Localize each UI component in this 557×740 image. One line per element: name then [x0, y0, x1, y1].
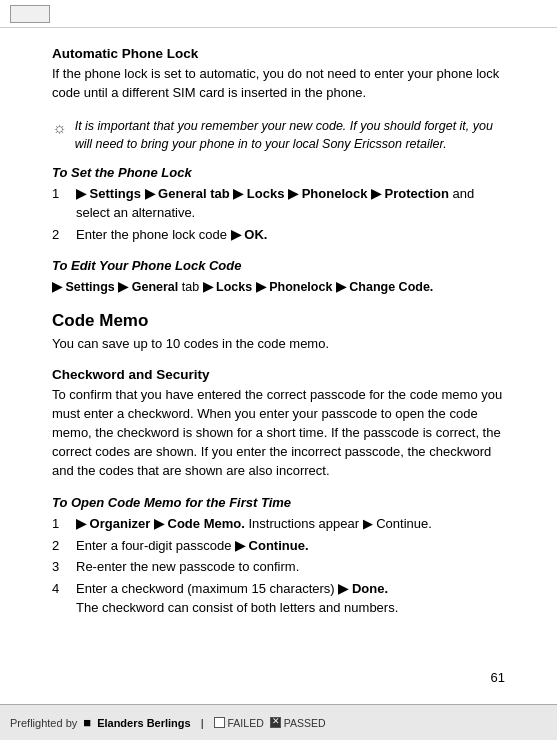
- item1-suffix: Instructions appear ▶ Continue.: [245, 516, 432, 531]
- set-phone-lock-section: To Set the Phone Lock 1 ▶ Settings ▶ Gen…: [52, 165, 505, 245]
- list-item-text: Re-enter the new passcode to confirm.: [76, 558, 299, 577]
- code-memo-body: You can save up to 10 codes in the code …: [52, 335, 505, 354]
- list-item: 3 Re-enter the new passcode to confirm.: [52, 558, 505, 577]
- item4-extra: The checkword can consist of both letter…: [76, 600, 398, 615]
- list-item-text: Enter a four-digit passcode ▶ Continue.: [76, 537, 309, 556]
- list-item-text: ▶ Settings ▶ General tab ▶ Locks ▶ Phone…: [76, 185, 505, 223]
- page-number: 61: [491, 670, 505, 685]
- list-item: 4 Enter a checkword (maximum 15 characte…: [52, 580, 505, 618]
- passed-checkbox: [270, 717, 281, 728]
- failed-badge: FAILED: [214, 717, 264, 729]
- list-item: 2 Enter the phone lock code ▶ OK.: [52, 226, 505, 245]
- item2-ok: ▶ OK.: [231, 227, 268, 242]
- set-phone-lock-list: 1 ▶ Settings ▶ General tab ▶ Locks ▶ Pho…: [52, 185, 505, 245]
- content-area: Automatic Phone Lock If the phone lock i…: [0, 28, 557, 650]
- list-item-text: ▶ Organizer ▶ Code Memo. Instructions ap…: [76, 515, 432, 534]
- logo-text: Elanders Berlings: [97, 717, 191, 729]
- list-num: 2: [52, 226, 66, 245]
- tip-box: ☼ It is important that you remember your…: [52, 117, 505, 153]
- list-num: 4: [52, 580, 66, 618]
- list-item-text: Enter the phone lock code ▶ OK.: [76, 226, 267, 245]
- separator: |: [201, 717, 204, 729]
- item2-text: Enter the phone lock code: [76, 227, 231, 242]
- passed-label: PASSED: [284, 717, 326, 729]
- item4-suffix: ▶ Done.: [338, 581, 388, 596]
- failed-checkbox: [214, 717, 225, 728]
- page-container: Automatic Phone Lock If the phone lock i…: [0, 0, 557, 740]
- edit-phone-lock-heading: To Edit Your Phone Lock Code: [52, 258, 505, 273]
- list-item: 1 ▶ Settings ▶ General tab ▶ Locks ▶ Pho…: [52, 185, 505, 223]
- open-code-memo-heading: To Open Code Memo for the First Time: [52, 495, 505, 510]
- set-phone-lock-heading: To Set the Phone Lock: [52, 165, 505, 180]
- item2-text: Enter a four-digit passcode: [76, 538, 235, 553]
- list-num: 1: [52, 185, 66, 223]
- checkword-heading: Checkword and Security: [52, 367, 505, 382]
- list-num: 2: [52, 537, 66, 556]
- open-code-memo-list: 1 ▶ Organizer ▶ Code Memo. Instructions …: [52, 515, 505, 618]
- list-num: 1: [52, 515, 66, 534]
- auto-phone-lock-body: If the phone lock is set to automatic, y…: [52, 65, 505, 103]
- bottom-bar: Preflighted by ■ Elanders Berlings | FAI…: [0, 704, 557, 740]
- menu-path-bold: ▶ Settings ▶ General tab ▶ Locks ▶ Phone…: [76, 186, 449, 201]
- preflight-label: Preflighted by: [10, 717, 77, 729]
- tip-text: It is important that you remember your n…: [75, 117, 505, 153]
- top-bar-rect: [10, 5, 50, 23]
- checkword-section: Checkword and Security To confirm that y…: [52, 367, 505, 480]
- edit-phone-lock-path: ▶ Settings ▶ General tab ▶ Locks ▶ Phone…: [52, 278, 505, 296]
- list-item: 2 Enter a four-digit passcode ▶ Continue…: [52, 537, 505, 556]
- list-item-text: Enter a checkword (maximum 15 characters…: [76, 580, 398, 618]
- open-code-memo-section: To Open Code Memo for the First Time 1 ▶…: [52, 495, 505, 618]
- list-num: 3: [52, 558, 66, 577]
- item1-path: ▶ Organizer ▶ Code Memo.: [76, 516, 245, 531]
- passed-badge: PASSED: [270, 717, 326, 729]
- path-suffix: ▶ Locks ▶ Phonelock ▶ Change Code.: [203, 280, 434, 294]
- item2-suffix: ▶ Continue.: [235, 538, 309, 553]
- path-tab: tab: [178, 280, 202, 294]
- failed-label: FAILED: [228, 717, 264, 729]
- elanders-icon: ■: [83, 715, 91, 730]
- tip-icon: ☼: [52, 118, 67, 139]
- item4-text: Enter a checkword (maximum 15 characters…: [76, 581, 338, 596]
- auto-phone-lock-heading: Automatic Phone Lock: [52, 46, 505, 61]
- path-prefix: ▶ Settings ▶ General: [52, 280, 178, 294]
- auto-phone-lock-section: Automatic Phone Lock If the phone lock i…: [52, 46, 505, 103]
- checkword-body: To confirm that you have entered the cor…: [52, 386, 505, 480]
- code-memo-section: Code Memo You can save up to 10 codes in…: [52, 311, 505, 354]
- code-memo-heading: Code Memo: [52, 311, 505, 331]
- top-bar: [0, 0, 557, 28]
- list-item: 1 ▶ Organizer ▶ Code Memo. Instructions …: [52, 515, 505, 534]
- edit-phone-lock-section: To Edit Your Phone Lock Code ▶ Settings …: [52, 258, 505, 296]
